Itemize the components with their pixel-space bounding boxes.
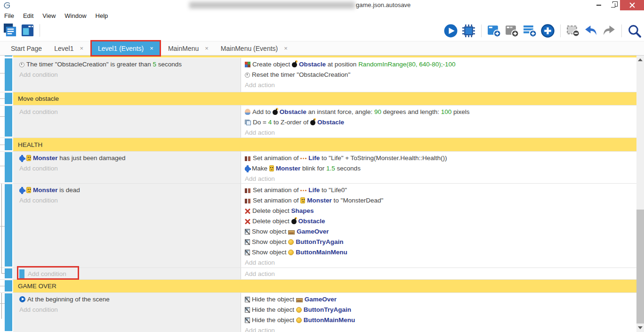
action-line[interactable]: Show object ButtonTryAgain <box>245 237 634 247</box>
conditions-cell[interactable]: The timer "ObstacleCreation" is greater … <box>13 58 241 92</box>
add-comment-icon[interactable] <box>523 24 537 38</box>
action-line[interactable]: Show object GameOver <box>245 227 634 237</box>
actions-cell[interactable]: Add to Obstacle an instant force, angle:… <box>241 105 636 138</box>
menu-edit[interactable]: Edit <box>23 12 33 19</box>
tab-level1[interactable]: Level1 × <box>48 41 89 55</box>
condition-line[interactable]: At the beginning of the scene <box>19 294 238 305</box>
add-condition-link[interactable]: Add condition <box>19 305 238 315</box>
event-select-bar[interactable] <box>5 268 12 278</box>
menu-help[interactable]: Help <box>96 12 108 19</box>
action-line[interactable]: Hide the object ButtonTryAgain <box>245 305 634 315</box>
search-icon[interactable] <box>627 24 642 38</box>
add-condition-link[interactable]: Add condition <box>19 195 238 206</box>
condition-line[interactable]: Monster has just been damaged <box>19 153 238 163</box>
close-button[interactable] <box>620 0 644 10</box>
scene-editor-icon[interactable] <box>20 23 35 38</box>
button-object-icon <box>296 307 302 313</box>
event-select-bar[interactable] <box>5 280 12 292</box>
vertical-scrollbar[interactable] <box>636 56 644 332</box>
event-select-bar[interactable] <box>5 93 12 104</box>
condition-line[interactable]: Monster is dead <box>19 185 238 195</box>
event-select-bar[interactable] <box>5 58 12 91</box>
tab-level1-events[interactable]: Level1 (Events) × <box>92 41 160 55</box>
action-line[interactable]: Make Monster blink for 1.5 seconds <box>245 163 634 174</box>
condition-line[interactable]: Add condition <box>19 269 238 279</box>
menu-file[interactable]: File <box>4 12 14 19</box>
actions-cell[interactable]: Add action <box>241 268 636 279</box>
add-element-icon[interactable] <box>540 24 555 38</box>
add-condition-link[interactable]: Add condition <box>28 270 66 277</box>
tab-label: Level1 <box>54 45 73 52</box>
add-event-icon[interactable] <box>487 24 501 38</box>
action-line[interactable]: Delete object Obstacle <box>245 216 634 227</box>
action-line[interactable]: Do = 4 to Z-order of Obstacle <box>245 117 634 128</box>
group-header[interactable]: GAME OVER <box>13 280 636 292</box>
gameover-object-icon <box>288 230 295 235</box>
action-line[interactable]: Hide the object ButtonMainMenu <box>245 315 634 325</box>
project-manager-icon[interactable] <box>3 23 17 38</box>
add-action-link[interactable]: Add action <box>245 80 634 90</box>
tab-mainmenu[interactable]: MainMenu × <box>162 41 215 55</box>
add-sub-event-icon[interactable] <box>505 24 519 38</box>
action-line[interactable]: Create object Obstacle at position Rando… <box>245 59 634 70</box>
tab-start-page[interactable]: Start Page <box>5 41 48 55</box>
force-icon <box>245 109 250 115</box>
group-header[interactable]: HEALTH <box>13 138 636 151</box>
action-line[interactable]: Set animation of Monster to "MonsterDead… <box>245 195 634 206</box>
scrollbar-thumb[interactable] <box>636 210 644 324</box>
actions-cell[interactable]: Set animation of Life to "Life0" Set ani… <box>241 184 636 267</box>
tab-mainmenu-events[interactable]: MainMenu (Events) × <box>215 41 294 55</box>
action-line[interactable]: Delete object Shapes <box>245 206 634 216</box>
preview-play-icon[interactable] <box>443 24 458 38</box>
action-line[interactable]: Add to Obstacle an instant force, angle:… <box>245 107 634 117</box>
condition-line[interactable]: The timer "ObstacleCreation" is greater … <box>19 59 238 70</box>
event-select-bar[interactable] <box>5 293 12 331</box>
add-condition-link[interactable]: Add condition <box>19 163 238 174</box>
add-action-link[interactable]: Add action <box>245 258 634 268</box>
tab-close-icon[interactable]: × <box>284 45 288 52</box>
remove-event-icon[interactable] <box>566 24 580 38</box>
action-line[interactable]: Reset the timer "ObstacleCreation" <box>245 70 634 80</box>
event-row: Monster has just been damaged Add condit… <box>0 152 636 184</box>
action-line[interactable]: Set animation of Life to "Life" + ToStri… <box>245 153 634 163</box>
tab-label: Start Page <box>11 45 42 52</box>
tab-close-icon[interactable]: × <box>205 45 209 52</box>
conditions-cell[interactable]: Monster is dead Add condition <box>13 184 241 267</box>
event-select-bar[interactable] <box>5 184 12 267</box>
minimize-button[interactable] <box>592 0 606 10</box>
action-line[interactable]: Set animation of Life to "Life0" <box>245 185 634 195</box>
redo-icon[interactable] <box>602 24 616 38</box>
event-row: The timer "ObstacleCreation" is greater … <box>0 58 636 92</box>
timer-icon <box>245 73 250 78</box>
conditions-cell[interactable]: Add condition <box>13 268 241 279</box>
menu-window[interactable]: Window <box>64 12 86 19</box>
conditions-cell[interactable]: Monster has just been damaged Add condit… <box>13 152 241 183</box>
event-select-bar[interactable] <box>5 138 12 150</box>
tab-close-icon[interactable]: × <box>80 45 83 52</box>
event-select-bar[interactable] <box>5 106 12 137</box>
add-action-link[interactable]: Add action <box>245 128 634 138</box>
action-line[interactable]: Show object ButtonMainMenu <box>245 247 634 258</box>
actions-cell[interactable]: Set animation of Life to "Life" + ToStri… <box>241 152 636 183</box>
add-action-link[interactable]: Add action <box>245 325 634 332</box>
restore-button[interactable] <box>606 0 620 10</box>
add-action-link[interactable]: Add action <box>245 269 634 279</box>
debug-icon[interactable] <box>461 24 476 38</box>
action-line[interactable]: Hide the object GameOver <box>245 294 634 305</box>
conditions-cell[interactable]: Add condition <box>13 105 241 138</box>
obstacle-object-icon <box>291 219 297 224</box>
add-action-link[interactable]: Add action <box>245 174 634 184</box>
conditions-cell[interactable]: At the beginning of the scene Add condit… <box>13 293 241 332</box>
scroll-up-icon[interactable] <box>638 58 643 61</box>
undo-icon[interactable] <box>584 24 598 38</box>
tab-close-icon[interactable]: × <box>150 45 153 52</box>
add-condition-link[interactable]: Add condition <box>19 70 238 80</box>
event-select-bar[interactable] <box>5 152 12 182</box>
scroll-down-icon[interactable] <box>638 326 643 329</box>
menu-view[interactable]: View <box>42 12 56 19</box>
actions-cell[interactable]: Create object Obstacle at position Rando… <box>241 58 636 92</box>
actions-cell[interactable]: Hide the object GameOver Hide the object… <box>241 293 636 332</box>
group-header[interactable]: Move obstacle <box>13 92 636 105</box>
add-condition-link[interactable]: Add condition <box>19 107 238 117</box>
event-gutter <box>0 152 13 183</box>
